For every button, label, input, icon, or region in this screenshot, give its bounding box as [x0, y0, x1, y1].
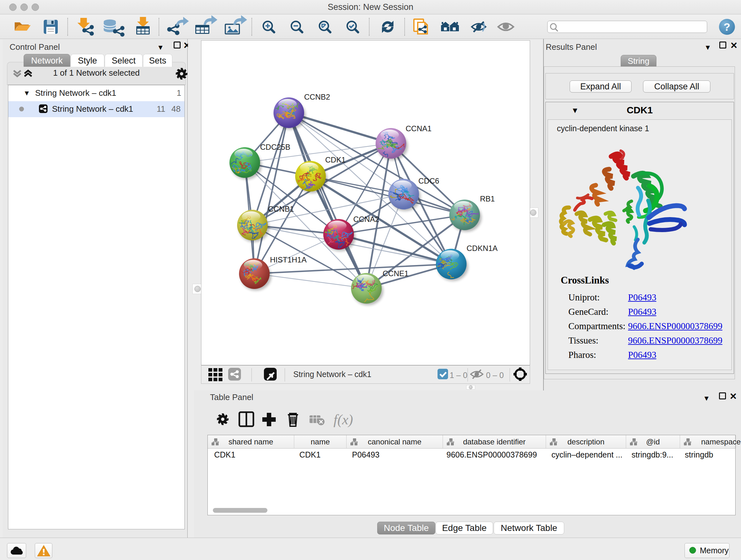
svg-text:CCNA1: CCNA1 [406, 124, 431, 133]
svg-text:HIST1H1A: HIST1H1A [270, 255, 307, 264]
svg-text:CDK1: CDK1 [325, 155, 346, 164]
svg-text:RB1: RB1 [480, 194, 495, 203]
svg-text:CCNB1: CCNB1 [268, 205, 294, 213]
svg-text:CDKN1A: CDKN1A [467, 244, 497, 253]
svg-text:CCNB2: CCNB2 [304, 92, 330, 101]
svg-text:f(x): f(x) [333, 412, 353, 428]
svg-text:CCNA2: CCNA2 [353, 215, 379, 224]
svg-text:?: ? [724, 21, 731, 33]
svg-text:CCNE1: CCNE1 [383, 269, 408, 278]
svg-text:CDC6: CDC6 [418, 177, 439, 185]
svg-text:CDC25B: CDC25B [260, 143, 290, 151]
